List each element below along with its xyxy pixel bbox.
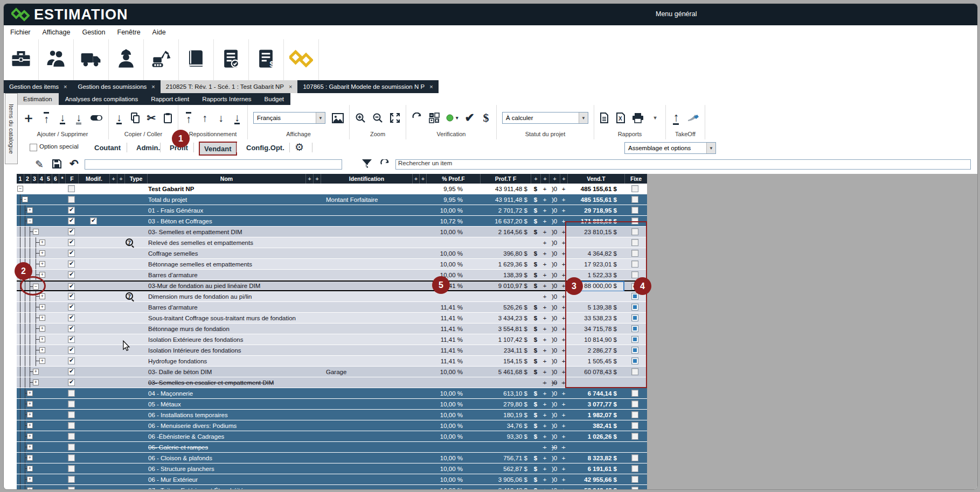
table-row[interactable]: +Barres d'armature11,41 %526,26 $$+)0+5 … [17, 302, 647, 312]
profit-total[interactable]: 613,10 $ [480, 388, 531, 398]
tree-toggle[interactable]: + [39, 272, 45, 278]
ribbon-tab-1[interactable]: Analyses des compilations [59, 93, 145, 105]
item-name[interactable]: Hydrofuge fondations [147, 356, 305, 366]
tree-toggle[interactable]: + [27, 455, 33, 461]
profit-total[interactable]: 562,87 $ [480, 463, 531, 474]
toolbar-button-excavator[interactable] [144, 39, 179, 80]
profit-total[interactable]: 2 164,56 $ [480, 227, 531, 237]
ribbon-tab-3[interactable]: Rapports Internes [196, 93, 258, 105]
item-identification[interactable]: Montant Forfaitaire [321, 194, 418, 205]
column-header-[interactable]: + [305, 174, 313, 184]
table-row[interactable]: +06 - Cloison & plafonds10,00 %756,71 $$… [17, 453, 647, 463]
selling-total[interactable]: 29 718,95 $ [567, 205, 624, 215]
takeoff-icon[interactable] [687, 114, 699, 122]
profit-percent[interactable]: 10,00 % [426, 205, 480, 215]
profit-total[interactable]: 16 637,20 $ [480, 216, 531, 226]
delete-row-icon[interactable]: ↓ [74, 112, 84, 124]
image-icon[interactable] [332, 113, 344, 123]
column-header-[interactable]: + [560, 174, 567, 184]
fixe-checkbox[interactable] [631, 390, 638, 397]
item-name[interactable]: 04 - Maçonnerie [147, 388, 305, 398]
fixe-checkbox[interactable] [631, 422, 638, 429]
item-name[interactable]: 03- Dalle de béton DIM [147, 367, 305, 377]
validate-icon[interactable]: ✔ [465, 112, 475, 124]
f-checkbox[interactable] [68, 368, 75, 375]
tree-toggle[interactable]: + [33, 379, 39, 385]
tree-toggle[interactable]: − [27, 218, 33, 224]
search-input[interactable]: Rechercher un item [395, 159, 971, 170]
tree-toggle[interactable]: + [27, 423, 33, 428]
profit-total[interactable]: 34,76 $ [480, 420, 531, 431]
f-checkbox[interactable] [68, 336, 75, 343]
tab-close-icon[interactable]: × [429, 83, 433, 90]
profit-total[interactable]: 3 434,23 $ [480, 313, 531, 323]
column-header-4[interactable]: 4 [38, 174, 45, 184]
profit-total[interactable]: 43 911,48 $ [480, 184, 531, 194]
table-row[interactable]: +07 - Toiture Extérieur et Étanchéité10,… [17, 485, 647, 489]
tree-toggle[interactable]: − [33, 229, 39, 235]
toolbar-button-worker[interactable] [109, 39, 144, 80]
column-header-3[interactable]: 3 [31, 174, 38, 184]
add-icon[interactable]: ＋ [22, 111, 35, 124]
f-checkbox[interactable] [68, 357, 75, 364]
item-name[interactable]: 06- Galerie et rampes [147, 442, 305, 452]
fixe-checkbox[interactable] [631, 411, 638, 418]
table-row[interactable]: −03- Semelles et empattement DIM10,00 %2… [17, 227, 647, 237]
item-name[interactable]: 06 - Installations temporaires [147, 410, 305, 420]
move-down-icon[interactable]: ↓ [216, 113, 226, 123]
column-header-identification[interactable]: Identification [321, 174, 412, 184]
sidebar-tab-items-catalogue[interactable]: Items du catalogue [5, 93, 18, 164]
ribbon-tab-0[interactable]: Estimation [17, 93, 59, 105]
profit-percent[interactable]: 11,41 % [426, 334, 480, 345]
table-row[interactable]: +03- Dalle de béton DIMGarage10,00 %5 46… [17, 367, 647, 377]
column-header-[interactable]: + [531, 174, 540, 184]
tree-toggle[interactable]: + [27, 401, 33, 407]
table-row[interactable]: +7Relevé des semelles et empattements+)0… [17, 237, 647, 248]
status-dropdown[interactable]: À calculer▼ [502, 112, 588, 124]
f-checkbox[interactable] [68, 422, 75, 429]
f-checkbox[interactable] [68, 314, 75, 321]
tree-toggle[interactable]: + [39, 326, 45, 332]
tree-toggle[interactable]: + [39, 315, 45, 321]
f-checkbox[interactable] [68, 390, 75, 397]
f-checkbox[interactable] [68, 185, 75, 192]
selling-total[interactable]: 1 982,07 $ [567, 410, 624, 420]
f-checkbox[interactable] [68, 239, 75, 246]
item-name[interactable]: 03- Semelles en escalier et empattement … [147, 377, 305, 388]
print-icon[interactable] [632, 113, 644, 123]
tab-close-icon[interactable]: × [289, 83, 292, 90]
option-special-checkbox[interactable] [30, 144, 37, 151]
fixe-checkbox[interactable] [631, 476, 638, 483]
tree-toggle[interactable]: + [39, 347, 45, 353]
column-header-proftf[interactable]: Prof.T F [480, 174, 531, 184]
move-top-icon[interactable]: ↑ [184, 112, 193, 124]
tree-toggle[interactable]: + [27, 487, 33, 489]
selling-total[interactable]: 6 744,14 $ [567, 388, 624, 398]
copy-icon[interactable] [130, 113, 140, 123]
profit-total[interactable]: 279,80 $ [480, 399, 531, 409]
tree-toggle[interactable]: + [39, 293, 45, 299]
profit-total[interactable]: 138,39 $ [480, 270, 531, 280]
table-row[interactable]: +Bétonnage murs de fondation11,41 %3 554… [17, 324, 647, 334]
document-tab-1[interactable]: Gestion des soumissions× [72, 80, 160, 93]
filter-funnel-icon[interactable] [362, 159, 372, 171]
profit-total[interactable]: 93,30 $ [480, 431, 531, 441]
profit-percent[interactable]: 9,95 % [426, 194, 480, 205]
fixe-checkbox[interactable] [631, 196, 638, 203]
f-checkbox[interactable] [68, 250, 75, 257]
item-name[interactable]: 06 - Mur Extérieur [147, 474, 305, 484]
profit-percent[interactable] [426, 377, 480, 388]
profit-percent[interactable]: 10,00 % [426, 399, 480, 409]
profit-percent[interactable]: 10,72 % [426, 216, 480, 226]
toolbar-button-document-check[interactable] [214, 39, 249, 80]
tree-toggle[interactable]: + [27, 444, 33, 450]
modif-checkbox[interactable] [90, 217, 97, 224]
profit-percent[interactable] [426, 291, 480, 301]
tree-toggle[interactable]: + [39, 250, 45, 256]
cut-icon[interactable]: ✂ [147, 113, 156, 123]
f-checkbox[interactable] [68, 347, 75, 354]
column-header-f[interactable]: F [65, 174, 78, 184]
item-name[interactable]: Relevé des semelles et empattements [147, 237, 305, 248]
profit-percent[interactable]: 10,00 % [426, 453, 480, 463]
toolbar-button-brand[interactable] [284, 39, 319, 80]
